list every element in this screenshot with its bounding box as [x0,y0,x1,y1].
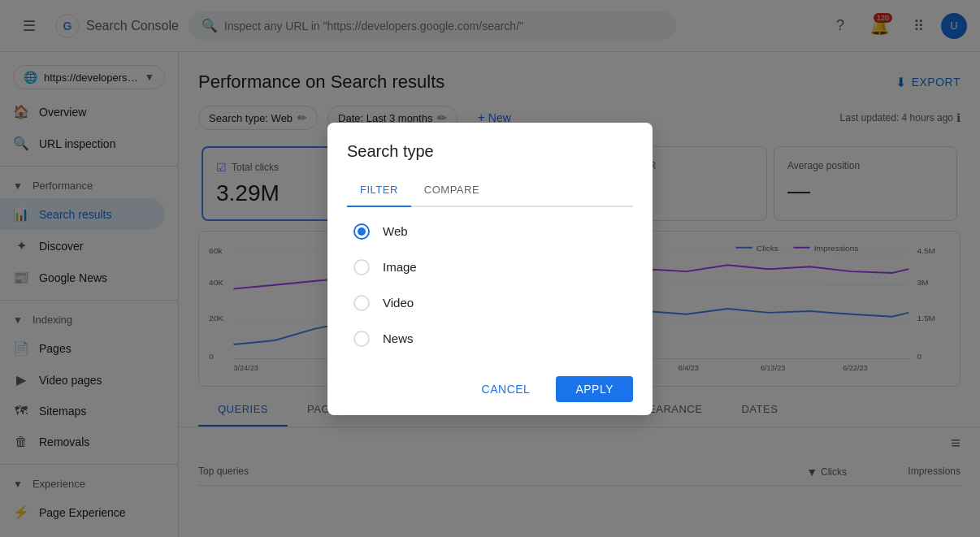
radio-option-web[interactable]: Web [347,214,633,249]
radio-video-circle [353,295,370,311]
radio-news-label: News [383,331,414,345]
apply-button[interactable]: APPLY [556,376,633,402]
modal-tabs: FILTER COMPARE [347,174,633,207]
cancel-button[interactable]: CANCEL [462,376,550,402]
tab-compare-label: COMPARE [424,184,479,196]
modal-title: Search type [327,123,653,161]
modal-overlay[interactable]: Search type FILTER COMPARE Web Image [0,0,980,537]
modal-actions: CANCEL APPLY [327,363,653,415]
radio-option-news[interactable]: News [347,321,633,357]
radio-web-circle [353,223,370,240]
tab-filter-label: FILTER [360,184,398,196]
modal-body: Web Image Video News [327,207,653,363]
modal: Search type FILTER COMPARE Web Image [327,123,653,415]
radio-web-label: Web [383,224,408,238]
radio-web-dot [358,227,366,236]
radio-image-circle [353,259,370,275]
radio-video-label: Video [383,296,414,310]
radio-option-image[interactable]: Image [347,249,633,285]
radio-image-label: Image [383,260,417,274]
radio-news-circle [353,331,370,347]
radio-option-video[interactable]: Video [347,285,633,321]
modal-tab-compare[interactable]: COMPARE [411,174,492,207]
modal-tab-filter[interactable]: FILTER [347,174,411,207]
